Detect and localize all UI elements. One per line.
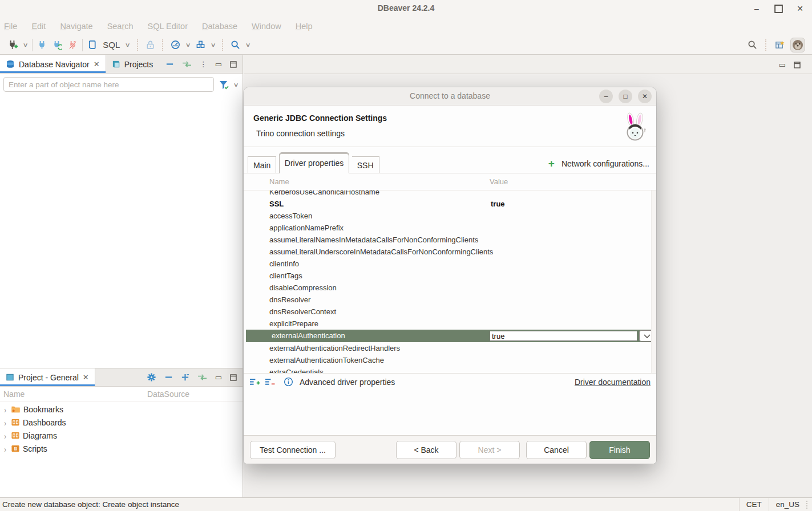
back-button[interactable]: < Back [396,441,457,459]
tab-main[interactable]: Main [248,156,276,173]
driver-documentation-link[interactable]: Driver documentation [575,378,651,387]
locale-indicator[interactable]: en_US [769,498,806,511]
collapse-all-icon[interactable] [165,60,174,68]
property-row-selected[interactable]: externalAuthentication [246,330,656,342]
tab-close-icon[interactable]: ✕ [94,60,100,68]
property-value-input[interactable] [490,331,637,341]
property-row[interactable]: extraCredentials [244,366,656,373]
search-dropdown[interactable]: ∨ [245,42,251,48]
column-datasource[interactable]: DataSource [147,390,189,399]
collapse-all-icon[interactable] [164,373,173,382]
menu-file[interactable]: File [4,22,17,31]
tree-item-dashboards[interactable]: › Dashboards [0,416,243,429]
property-row[interactable]: assumeLiteralNamesInMetadataCallsForNonC… [244,234,656,246]
expand-all-icon[interactable] [181,373,189,382]
dashboard-dropdown[interactable]: ∨ [185,42,191,48]
dashboard-button[interactable] [171,40,180,50]
minimize-view-icon[interactable]: ▭ [215,60,222,68]
sql-dropdown[interactable]: ∨ [125,42,131,48]
link-editor-icon[interactable] [182,60,192,68]
property-row[interactable]: disableCompression [244,282,656,294]
dialog-minimize-button[interactable]: – [599,90,613,103]
sql-editor-button[interactable] [87,40,97,50]
timezone-indicator[interactable]: CET [739,498,769,511]
chevron-right-icon[interactable]: › [2,417,8,427]
add-property-icon[interactable] [249,378,260,387]
dialog-titlebar[interactable]: Connect to a database – □ ✕ [244,87,656,106]
minimize-editor-icon[interactable]: ▭ [779,60,786,69]
tree-item-bookmarks[interactable]: › Bookmarks [0,403,243,416]
filter-funnel-icon[interactable] [219,80,229,90]
menu-sql-editor[interactable]: SQL Editor [148,22,188,31]
maximize-editor-icon[interactable] [794,62,801,68]
new-connection-dropdown[interactable]: ∨ [23,42,29,48]
property-row[interactable]: SSLtrue [244,198,656,210]
property-row[interactable]: externalAuthenticationRedirectHandlers [244,342,656,354]
menu-navigate[interactable]: Navigate [60,22,92,31]
cancel-button[interactable]: Cancel [526,441,587,459]
column-name[interactable]: Name [244,177,490,186]
dashboards-icon [11,418,20,427]
tab-project-general[interactable]: Project - General ✕ [0,368,95,386]
property-row[interactable]: applicationNamePrefix [244,222,656,234]
minimize-view-icon[interactable]: ▭ [215,373,222,382]
dialog-maximize-button[interactable]: □ [619,90,632,103]
property-row[interactable]: accessToken [244,210,656,222]
user-avatar-button[interactable] [790,38,805,52]
menu-help[interactable]: Help [296,22,313,31]
tree-item-diagrams[interactable]: › Diagrams [0,429,243,442]
dialog-close-button[interactable]: ✕ [638,90,652,103]
maximize-view-icon[interactable] [230,61,237,68]
object-filter-input[interactable] [3,77,214,92]
new-connection-button[interactable] [8,40,18,50]
test-connection-button[interactable]: Test Connection ... [250,441,336,459]
chevron-right-icon[interactable]: › [2,404,8,414]
connect-button[interactable] [37,40,47,50]
property-row[interactable]: assumeLiteralUnderscoreInMetadataCallsFo… [244,246,656,258]
property-row[interactable]: clientInfo [244,258,656,270]
tab-ssh[interactable]: SSH [352,156,379,173]
disconnect-button[interactable] [68,40,78,50]
view-menu-icon[interactable]: ⋮ [200,60,207,68]
finish-button[interactable]: Finish [589,441,650,459]
remove-property-icon[interactable] [265,378,275,387]
tab-close-icon[interactable]: ✕ [83,373,89,382]
transfer-button[interactable] [196,40,205,50]
maximize-view-icon[interactable] [230,374,237,381]
property-row[interactable]: clientTags [244,270,656,282]
menu-search[interactable]: Search [107,22,134,31]
tab-database-navigator[interactable]: Database Navigator ✕ [0,55,106,73]
window-close-button[interactable]: ✕ [794,2,806,15]
filter-dropdown-icon[interactable]: ∨ [233,82,239,88]
link-editor-icon[interactable] [197,373,207,382]
menu-window[interactable]: Window [252,22,281,31]
tab-label: Projects [124,60,153,69]
property-row[interactable]: explicitPrepare [244,318,656,330]
column-value[interactable]: Value [490,177,508,186]
global-search-button[interactable] [748,40,757,50]
window-maximize-button[interactable] [772,2,785,15]
chevron-right-icon[interactable]: › [2,431,8,440]
chevron-right-icon[interactable]: › [2,444,8,453]
lock-button[interactable] [146,40,155,50]
tree-item-scripts[interactable]: › Scripts [0,442,243,455]
reconnect-button[interactable] [52,40,62,50]
network-configurations-button[interactable]: + Network configurations... [548,158,649,169]
search-metadata-button[interactable] [231,40,240,50]
table-scrollbar[interactable] [651,190,656,373]
menu-edit[interactable]: Edit [31,22,46,31]
next-button[interactable]: Next > [459,441,520,459]
property-row[interactable]: dnsResolver [244,294,656,306]
window-minimize-button[interactable]: – [750,2,763,15]
menu-database[interactable]: Database [202,22,237,31]
tab-projects[interactable]: Projects [106,55,159,73]
open-perspective-button[interactable] [775,40,785,50]
tab-driver-properties[interactable]: Driver properties [279,152,349,173]
sql-label[interactable]: SQL [103,40,120,50]
transfer-dropdown[interactable]: ∨ [211,42,216,48]
property-row[interactable]: dnsResolverContext [244,306,656,318]
property-row[interactable]: externalAuthenticationTokenCache [244,354,656,366]
column-name[interactable]: Name [0,390,147,399]
settings-gear-icon[interactable] [147,372,156,382]
property-row[interactable]: KerberosUseCanonicalHostname [244,190,656,198]
